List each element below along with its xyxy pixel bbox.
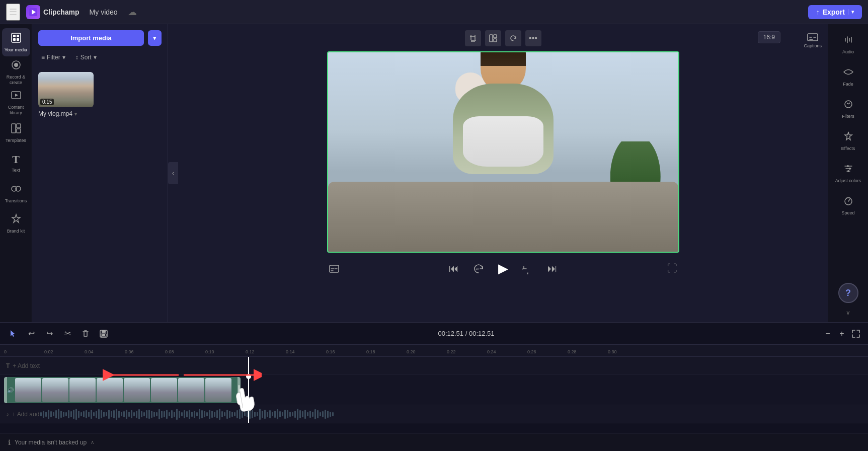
select-tool-button[interactable] [6,327,20,341]
forward-button[interactable] [520,261,535,276]
rotate-tool-button[interactable] [505,30,521,46]
wave-bar [45,412,47,417]
ruler-mark-12: 0:12 [246,349,255,354]
add-text-label: + Add text [13,362,40,369]
filter-label: Filter [47,54,60,61]
import-media-button[interactable]: Import media [38,30,144,46]
wave-bar [68,410,69,418]
ruler-mark-02: 0:02 [44,349,53,354]
ratio-badge[interactable]: 16:9 [758,31,780,43]
play-button[interactable]: ▶ [496,259,510,278]
timeline-time-display: 00:12.51 / 00:12.51 [115,330,818,337]
media-panel-header: Import media ▾ [32,24,168,52]
audio-track-icon: ♪ [6,411,9,418]
speed-icon [843,195,854,209]
captions-button[interactable]: Captions [804,31,822,48]
filters-tool[interactable]: Filters [832,95,864,123]
logo-icon [26,5,40,19]
sort-label: Sort [81,54,92,61]
media-duration: 0:15 [40,99,54,105]
wave-bar [176,409,178,420]
list-item[interactable]: 0:15 My vlog.mp4 ▾ [38,72,162,118]
add-text-button[interactable]: T + Add text [0,362,46,369]
sidebar-item-text[interactable]: T Text [2,149,30,177]
fade-tool[interactable]: Fade [832,62,864,91]
delete-button[interactable] [78,327,93,341]
cut-button[interactable]: ✂ [60,327,74,341]
effects-tool[interactable]: Effects [832,127,864,155]
wave-bar [214,412,215,417]
filter-button[interactable]: ≡ Filter ▾ [38,52,68,63]
layout-tool-button[interactable] [485,30,501,46]
sidebar-item-your-media[interactable]: Your media [2,28,30,56]
panel-collapse-button[interactable]: ‹ [168,162,178,184]
import-dropdown-button[interactable]: ▾ [148,30,162,46]
clip-resize-handle-right[interactable] [238,377,241,403]
status-chevron-icon[interactable]: ∧ [91,439,94,445]
undo-button[interactable]: ↩ [24,327,38,341]
wave-bar [234,412,235,416]
more-options-button[interactable]: ••• [525,30,541,46]
project-name[interactable]: My video [90,8,118,16]
zoom-in-button[interactable]: + [836,328,848,340]
audio-tool[interactable]: Audio [832,30,864,58]
wave-bar [325,410,326,419]
rewind-button[interactable]: 10 [471,261,486,276]
fullscreen-button[interactable]: ⛶ [665,261,679,276]
playhead-text-track [248,357,249,374]
export-button[interactable]: ↑ Export ▾ [808,5,862,19]
wave-bar [282,412,283,416]
ruler-mark-04: 0:04 [85,349,94,354]
wave-bar [43,411,44,418]
status-message: Your media isn't backed up [15,439,87,446]
preview-area: ••• 16:9 Captions [178,24,828,322]
clip-thumbnails [5,378,231,402]
wave-bar [133,412,135,416]
sidebar-item-content-library[interactable]: Content library [2,89,30,117]
help-button[interactable]: ? [838,283,858,303]
skip-next-button[interactable]: ⏭ [545,261,560,276]
wave-bar [226,410,228,419]
timeline-toolbar: ↩ ↪ ✂ 00:12.51 / 00:12.51 − + [0,323,868,345]
sidebar-item-brand-kit[interactable]: Brand kit [2,209,30,238]
wave-bar [136,411,137,418]
audio-icon [843,34,854,48]
wave-bar [116,409,117,420]
ruler-mark-0: 0 [4,349,7,354]
crop-tool-button[interactable] [465,30,481,46]
svg-rect-17 [494,39,497,42]
filter-chevron-icon: ▾ [62,54,65,61]
media-filter-row: ≡ Filter ▾ ↕ Sort ▾ [32,52,168,68]
menu-icon[interactable]: ☰ [6,4,20,21]
sidebar-item-transitions[interactable]: Transitions [2,179,30,207]
sidebar-label-brand-kit: Brand kit [7,229,25,234]
wave-bar [322,411,324,417]
wave-bar [259,409,261,420]
sidebar-item-record-create[interactable]: Record & create [2,58,30,87]
subtitle-button[interactable] [327,262,341,276]
adjust-colors-tool[interactable]: Adjust colors [832,159,864,187]
speed-tool[interactable]: Speed [832,191,864,219]
record-create-icon [11,59,22,73]
wave-bar [312,412,313,417]
video-clip-strip[interactable]: 🔊 [4,377,241,403]
zoom-out-button[interactable]: − [822,328,834,340]
wave-bar [156,412,157,416]
expand-timeline-button[interactable] [850,328,862,340]
sort-button[interactable]: ↕ Sort ▾ [72,52,100,63]
wave-bar [252,410,253,418]
skip-back-button[interactable]: ⏮ [447,261,461,276]
filters-label: Filters [842,114,854,119]
wave-bar [171,410,173,418]
save-frame-button[interactable] [97,327,111,341]
audio-waveform [40,408,864,420]
text-track-icon: T [6,362,10,369]
wave-bar [224,412,225,416]
right-collapse-arrow[interactable]: ∨ [846,309,850,316]
export-icon: ↑ [816,8,820,16]
wave-bar [317,410,319,418]
filter-icon: ≡ [41,54,45,61]
export-chevron-icon: ▾ [848,9,854,15]
sidebar-item-templates[interactable]: Templates [2,119,30,147]
redo-button[interactable]: ↪ [42,327,56,341]
